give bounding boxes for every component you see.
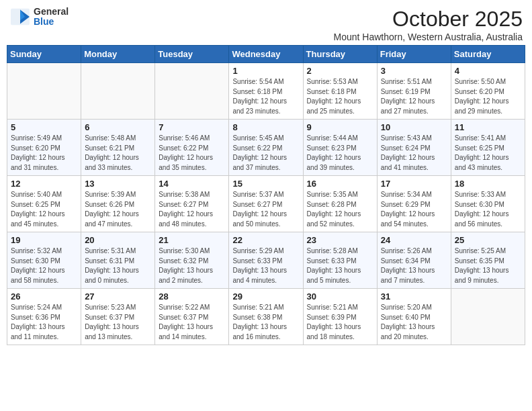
day-number: 19 xyxy=(11,235,77,245)
calendar-cell: 14Sunrise: 5:38 AMSunset: 6:27 PMDayligh… xyxy=(155,176,229,232)
calendar-cell: 7Sunrise: 5:46 AMSunset: 6:22 PMDaylight… xyxy=(155,120,229,176)
day-number: 21 xyxy=(159,235,225,245)
day-info: Sunrise: 5:33 AMSunset: 6:30 PMDaylight:… xyxy=(455,190,521,229)
weekday-header-thursday: Thursday xyxy=(303,46,377,63)
calendar-body: 1Sunrise: 5:54 AMSunset: 6:18 PMDaylight… xyxy=(7,63,525,345)
calendar-cell: 25Sunrise: 5:25 AMSunset: 6:35 PMDayligh… xyxy=(451,232,525,289)
title-block: October 2025 Mount Hawthorn, Western Aus… xyxy=(334,7,523,42)
day-info: Sunrise: 5:49 AMSunset: 6:20 PMDaylight:… xyxy=(11,134,77,173)
day-number: 2 xyxy=(307,66,373,76)
weekday-header-wednesday: Wednesday xyxy=(229,46,303,63)
day-info: Sunrise: 5:35 AMSunset: 6:28 PMDaylight:… xyxy=(307,190,373,229)
day-number: 25 xyxy=(455,235,521,245)
day-info: Sunrise: 5:46 AMSunset: 6:22 PMDaylight:… xyxy=(159,134,225,173)
weekday-header-monday: Monday xyxy=(81,46,155,63)
day-number: 15 xyxy=(232,179,299,189)
day-info: Sunrise: 5:53 AMSunset: 6:18 PMDaylight:… xyxy=(307,77,373,116)
day-number: 31 xyxy=(381,291,447,302)
day-number: 13 xyxy=(85,179,151,189)
day-number: 5 xyxy=(11,122,77,132)
calendar-cell: 23Sunrise: 5:28 AMSunset: 6:33 PMDayligh… xyxy=(303,232,377,289)
calendar-cell: 2Sunrise: 5:53 AMSunset: 6:18 PMDaylight… xyxy=(303,63,377,120)
day-info: Sunrise: 5:26 AMSunset: 6:34 PMDaylight:… xyxy=(381,246,447,285)
calendar-cell: 26Sunrise: 5:24 AMSunset: 6:36 PMDayligh… xyxy=(7,289,81,345)
day-info: Sunrise: 5:41 AMSunset: 6:25 PMDaylight:… xyxy=(455,134,521,173)
calendar-cell: 8Sunrise: 5:45 AMSunset: 6:22 PMDaylight… xyxy=(229,120,303,176)
logo-text: General Blue xyxy=(34,7,69,28)
calendar-cell: 19Sunrise: 5:32 AMSunset: 6:30 PMDayligh… xyxy=(7,232,81,289)
calendar-header: SundayMondayTuesdayWednesdayThursdayFrid… xyxy=(7,46,525,63)
calendar-week-2: 5Sunrise: 5:49 AMSunset: 6:20 PMDaylight… xyxy=(7,120,525,176)
day-number: 30 xyxy=(307,291,373,302)
calendar-cell: 5Sunrise: 5:49 AMSunset: 6:20 PMDaylight… xyxy=(7,120,81,176)
calendar-cell: 11Sunrise: 5:41 AMSunset: 6:25 PMDayligh… xyxy=(451,120,525,176)
weekday-header-tuesday: Tuesday xyxy=(155,46,229,63)
day-info: Sunrise: 5:21 AMSunset: 6:38 PMDaylight:… xyxy=(232,303,299,342)
calendar-cell: 1Sunrise: 5:54 AMSunset: 6:18 PMDaylight… xyxy=(229,63,303,120)
day-info: Sunrise: 5:40 AMSunset: 6:25 PMDaylight:… xyxy=(11,190,77,229)
day-info: Sunrise: 5:24 AMSunset: 6:36 PMDaylight:… xyxy=(11,303,77,342)
day-number: 7 xyxy=(159,122,225,132)
day-info: Sunrise: 5:25 AMSunset: 6:35 PMDaylight:… xyxy=(455,246,521,285)
day-number: 10 xyxy=(381,122,447,132)
day-info: Sunrise: 5:51 AMSunset: 6:19 PMDaylight:… xyxy=(381,77,447,116)
day-info: Sunrise: 5:28 AMSunset: 6:33 PMDaylight:… xyxy=(307,246,373,285)
day-info: Sunrise: 5:44 AMSunset: 6:23 PMDaylight:… xyxy=(307,134,373,173)
calendar-cell: 20Sunrise: 5:31 AMSunset: 6:31 PMDayligh… xyxy=(81,232,155,289)
day-number: 4 xyxy=(455,66,521,76)
calendar-cell: 3Sunrise: 5:51 AMSunset: 6:19 PMDaylight… xyxy=(377,63,451,120)
day-info: Sunrise: 5:22 AMSunset: 6:37 PMDaylight:… xyxy=(159,303,225,342)
day-number: 27 xyxy=(85,291,151,302)
calendar-cell: 29Sunrise: 5:21 AMSunset: 6:38 PMDayligh… xyxy=(229,289,303,345)
calendar-cell: 30Sunrise: 5:21 AMSunset: 6:39 PMDayligh… xyxy=(303,289,377,345)
day-info: Sunrise: 5:48 AMSunset: 6:21 PMDaylight:… xyxy=(85,134,151,173)
calendar-cell: 22Sunrise: 5:29 AMSunset: 6:33 PMDayligh… xyxy=(229,232,303,289)
logo-blue: Blue xyxy=(34,17,69,27)
day-info: Sunrise: 5:30 AMSunset: 6:32 PMDaylight:… xyxy=(159,246,225,285)
calendar-week-1: 1Sunrise: 5:54 AMSunset: 6:18 PMDaylight… xyxy=(7,63,525,120)
day-number: 26 xyxy=(11,291,77,302)
day-number: 1 xyxy=(232,66,299,76)
day-info: Sunrise: 5:31 AMSunset: 6:31 PMDaylight:… xyxy=(85,246,151,285)
calendar-cell: 10Sunrise: 5:43 AMSunset: 6:24 PMDayligh… xyxy=(377,120,451,176)
day-info: Sunrise: 5:38 AMSunset: 6:27 PMDaylight:… xyxy=(159,190,225,229)
day-info: Sunrise: 5:29 AMSunset: 6:33 PMDaylight:… xyxy=(232,246,299,285)
weekday-header-sunday: Sunday xyxy=(7,46,81,63)
day-number: 24 xyxy=(381,235,447,245)
calendar-cell: 28Sunrise: 5:22 AMSunset: 6:37 PMDayligh… xyxy=(155,289,229,345)
logo-icon xyxy=(9,7,31,26)
calendar-cell: 21Sunrise: 5:30 AMSunset: 6:32 PMDayligh… xyxy=(155,232,229,289)
day-info: Sunrise: 5:45 AMSunset: 6:22 PMDaylight:… xyxy=(232,134,299,173)
logo: General Blue xyxy=(9,7,69,28)
day-info: Sunrise: 5:43 AMSunset: 6:24 PMDaylight:… xyxy=(381,134,447,173)
calendar-cell: 15Sunrise: 5:37 AMSunset: 6:27 PMDayligh… xyxy=(229,176,303,232)
calendar-cell: 18Sunrise: 5:33 AMSunset: 6:30 PMDayligh… xyxy=(451,176,525,232)
day-number: 20 xyxy=(85,235,151,245)
page-subtitle: Mount Hawthorn, Western Australia, Austr… xyxy=(334,32,523,42)
calendar-week-4: 19Sunrise: 5:32 AMSunset: 6:30 PMDayligh… xyxy=(7,232,525,289)
calendar-cell: 12Sunrise: 5:40 AMSunset: 6:25 PMDayligh… xyxy=(7,176,81,232)
day-number: 28 xyxy=(159,291,225,302)
day-number: 17 xyxy=(381,179,447,189)
calendar-cell: 27Sunrise: 5:23 AMSunset: 6:37 PMDayligh… xyxy=(81,289,155,345)
logo-general: General xyxy=(34,7,69,17)
day-info: Sunrise: 5:54 AMSunset: 6:18 PMDaylight:… xyxy=(232,77,299,116)
day-number: 3 xyxy=(381,66,447,76)
calendar-week-5: 26Sunrise: 5:24 AMSunset: 6:36 PMDayligh… xyxy=(7,289,525,345)
day-info: Sunrise: 5:21 AMSunset: 6:39 PMDaylight:… xyxy=(307,303,373,342)
day-info: Sunrise: 5:39 AMSunset: 6:26 PMDaylight:… xyxy=(85,190,151,229)
day-number: 6 xyxy=(85,122,151,132)
calendar-cell xyxy=(155,63,229,120)
day-number: 11 xyxy=(455,122,521,132)
calendar-cell xyxy=(7,63,81,120)
calendar-cell xyxy=(81,63,155,120)
calendar-cell: 16Sunrise: 5:35 AMSunset: 6:28 PMDayligh… xyxy=(303,176,377,232)
calendar-cell: 13Sunrise: 5:39 AMSunset: 6:26 PMDayligh… xyxy=(81,176,155,232)
day-info: Sunrise: 5:23 AMSunset: 6:37 PMDaylight:… xyxy=(85,303,151,342)
day-number: 14 xyxy=(159,179,225,189)
day-info: Sunrise: 5:50 AMSunset: 6:20 PMDaylight:… xyxy=(455,77,521,116)
weekday-header-saturday: Saturday xyxy=(451,46,525,63)
calendar-cell: 17Sunrise: 5:34 AMSunset: 6:29 PMDayligh… xyxy=(377,176,451,232)
calendar-cell: 4Sunrise: 5:50 AMSunset: 6:20 PMDaylight… xyxy=(451,63,525,120)
calendar-cell: 6Sunrise: 5:48 AMSunset: 6:21 PMDaylight… xyxy=(81,120,155,176)
